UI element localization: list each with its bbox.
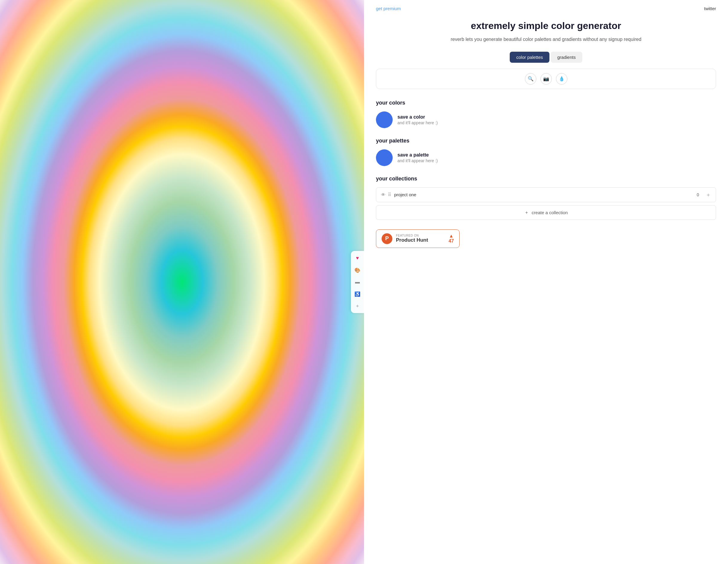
heart-icon[interactable]: ♥ [353, 254, 362, 262]
product-hunt-name: Product Hunt [396, 237, 445, 243]
upvote-count: 47 [449, 238, 454, 244]
hero-section: extremely simple color generator reverb … [376, 20, 716, 43]
product-hunt-badge[interactable]: P FEATURED ON Product Hunt ▲ 47 [376, 229, 460, 248]
camera-icon: 📷 [543, 76, 549, 82]
right-panel: get premium twitter extremely simple col… [364, 0, 728, 564]
product-hunt-logo: P [382, 233, 392, 244]
gradient-background [0, 0, 364, 564]
palette-circle-placeholder [376, 149, 393, 166]
camera-button[interactable]: 📷 [540, 73, 552, 84]
product-hunt-text: FEATURED ON Product Hunt [396, 234, 445, 243]
get-premium-link[interactable]: get premium [376, 6, 401, 11]
top-nav: get premium twitter [376, 0, 716, 20]
your-palettes-title: your palettes [376, 138, 716, 144]
product-hunt-upvote[interactable]: ▲ 47 [449, 233, 454, 244]
collection-count: 0 [697, 192, 699, 197]
tab-bar: color palettes gradients [376, 52, 716, 63]
create-collection-label: create a collection [532, 210, 568, 215]
save-color-placeholder: save a color and it'll appear here :) [376, 111, 716, 128]
accessibility-icon[interactable]: ♿ [353, 290, 362, 298]
eye-icon: 👁 [381, 192, 385, 197]
twitter-link[interactable]: twitter [704, 6, 716, 11]
search-bar: 🔍 📷 💧 [376, 69, 716, 89]
search-icon: 🔍 [528, 76, 534, 82]
save-color-sub: and it'll appear here :) [397, 120, 438, 125]
collection-add-icon[interactable]: ＋ [706, 191, 711, 198]
drag-icon: ⠿ [388, 192, 391, 197]
save-palette-placeholder: save a palette and it'll appear here :) [376, 149, 716, 166]
dropper-icon: 💧 [559, 76, 565, 82]
save-color-title: save a color [397, 114, 438, 120]
tab-color-palettes[interactable]: color palettes [510, 52, 549, 63]
your-collections-section: your collections 👁 ⠿ project one 0 ＋ ＋ c… [376, 176, 716, 220]
your-colors-section: your colors save a color and it'll appea… [376, 100, 716, 128]
featured-on-label: FEATURED ON [396, 234, 445, 237]
search-button[interactable]: 🔍 [525, 73, 536, 84]
create-collection-button[interactable]: ＋ create a collection [376, 205, 716, 220]
side-toolbar: ♥ 🎨 ▬ ♿ ＋ [351, 251, 364, 313]
gradient-panel: ♥ 🎨 ▬ ♿ ＋ [0, 0, 364, 564]
palette-icon[interactable]: 🎨 [353, 266, 362, 274]
collection-name: project one [394, 192, 694, 197]
add-icon[interactable]: ＋ [353, 302, 362, 310]
hero-subtitle: reverb lets you generate beautiful color… [376, 36, 716, 43]
your-collections-title: your collections [376, 176, 716, 182]
collection-icons: 👁 ⠿ [381, 192, 391, 197]
plus-icon: ＋ [524, 210, 529, 215]
upvote-arrow-icon: ▲ [449, 233, 454, 238]
your-palettes-section: your palettes save a palette and it'll a… [376, 138, 716, 166]
collection-item[interactable]: 👁 ⠿ project one 0 ＋ [376, 187, 716, 202]
your-colors-title: your colors [376, 100, 716, 106]
dropper-button[interactable]: 💧 [556, 73, 567, 84]
save-palette-sub: and it'll appear here :) [397, 158, 438, 163]
tab-gradients[interactable]: gradients [551, 52, 582, 63]
hero-title: extremely simple color generator [376, 20, 716, 31]
bookmark-icon[interactable]: ▬ [353, 278, 362, 286]
save-palette-title: save a palette [397, 152, 438, 158]
color-circle-placeholder [376, 111, 393, 128]
